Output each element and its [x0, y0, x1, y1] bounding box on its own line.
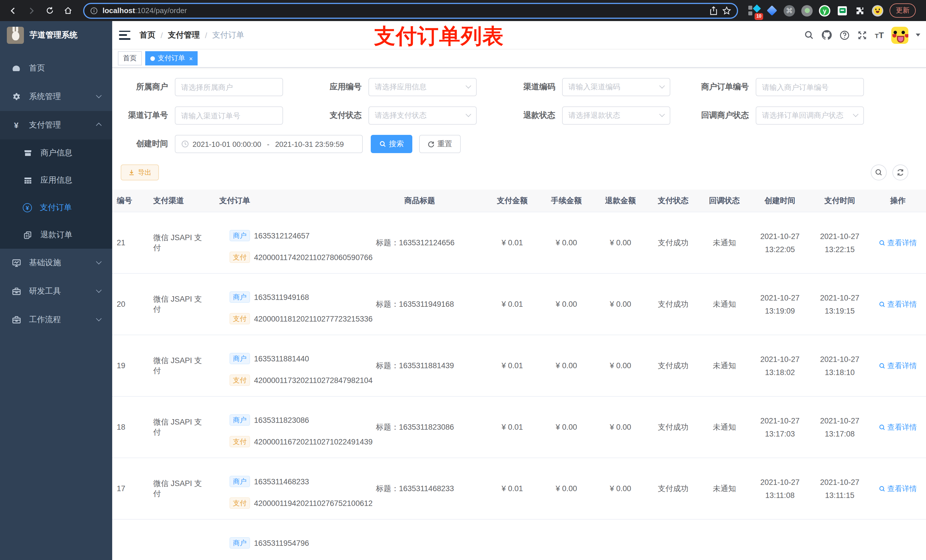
extensions-puzzle-icon[interactable] [854, 5, 865, 16]
pay-status-select[interactable]: 请选择支付状态 [368, 106, 477, 125]
extension-chat-icon[interactable] [837, 5, 848, 16]
browser-update-button[interactable]: 更新 [890, 3, 916, 18]
sidebar-item-merchant-info[interactable]: 商户信息 [0, 139, 112, 167]
table-row-partial: 商户 1635311954796 [112, 519, 926, 560]
reset-button[interactable]: 重置 [419, 135, 461, 153]
extension-badge: 10 [755, 13, 763, 20]
user-avatar[interactable] [891, 26, 908, 44]
filter-channel-order-no: 渠道订单号 [112, 106, 283, 125]
view-detail-link[interactable]: 查看详情 [879, 361, 917, 371]
sidebar-item-refund-order[interactable]: 退款订单 [0, 221, 112, 249]
search-button[interactable]: 搜索 [371, 135, 412, 153]
sidebar-item-infra[interactable]: 基础设施 [0, 249, 112, 277]
date-range-input[interactable]: 2021-10-01 00:00:00 - 2021-10-31 23:59:5… [175, 135, 363, 153]
cell-channel: 微信 JSAPI 支付 [146, 355, 209, 376]
app-select[interactable]: 请选择应用信息 [368, 78, 477, 96]
cell-fee: ¥ 0.00 [539, 300, 593, 308]
sidebar-logo-row[interactable]: 芋道管理系统 [0, 21, 112, 50]
cell-created: 2021-10-2713:18:02 [750, 353, 810, 379]
github-icon[interactable] [821, 30, 832, 41]
sidebar-item-dev-tools[interactable]: 研发工具 [0, 277, 112, 306]
tag-home[interactable]: 首页 [118, 51, 142, 65]
annotation-title: 支付订单列表 [374, 22, 504, 51]
cell-fee: ¥ 0.00 [539, 238, 593, 247]
browser-home-icon[interactable] [61, 3, 75, 18]
pay-order-no: 4200001174202110278060590766 [254, 253, 372, 261]
channel-order-no-input[interactable] [175, 106, 283, 125]
pay-tag: 支付 [230, 497, 250, 509]
cell-title: 标题：1635311949168 [354, 299, 485, 309]
shop-icon [23, 148, 32, 158]
cell-pay-order: 商户 1635311468233 支付 42000011942021102767… [209, 476, 354, 509]
view-detail-link[interactable]: 查看详情 [879, 483, 917, 494]
merchant-tag: 商户 [230, 414, 250, 426]
site-info-icon[interactable] [90, 6, 98, 15]
sidebar-item-system[interactable]: 系统管理 [0, 83, 112, 111]
cell-refund: ¥ 0.00 [593, 484, 648, 493]
date-start[interactable]: 2021-10-01 00:00:00 [192, 140, 261, 148]
table-row: 17 微信 JSAPI 支付 商户 1635311468233 支付 [112, 458, 926, 519]
merchant-order-no-input[interactable] [756, 78, 864, 96]
sidebar-item-app-info[interactable]: 应用信息 [0, 167, 112, 194]
toolbox-icon [11, 315, 21, 325]
help-icon[interactable] [840, 30, 850, 40]
cell-paid: 2021-10-2713:18:10 [810, 353, 870, 379]
cell-amount: ¥ 0.01 [485, 423, 539, 432]
breadcrumb-pay[interactable]: 支付管理 [168, 30, 200, 40]
cell-paid: 2021-10-2713:19:15 [810, 291, 870, 317]
share-icon[interactable] [710, 6, 717, 15]
browser-reload-icon[interactable] [42, 3, 57, 18]
sidebar-item-pay[interactable]: ¥ 支付管理 [0, 111, 112, 139]
cell-amount: ¥ 0.01 [485, 300, 539, 308]
cell-pay-order: 商户 1635311881440 支付 42000011732021102728… [209, 353, 354, 386]
cell-refund: ¥ 0.00 [593, 238, 648, 247]
sidebar-toggle-icon[interactable] [119, 30, 130, 39]
refund-status-select[interactable]: 请选择退款状态 [562, 106, 670, 125]
cell-pay-order: 商户 1635311823086 支付 42000011672021102710… [209, 414, 354, 447]
notify-status-select[interactable]: 请选择订单回调商户状态 [756, 106, 864, 125]
toolbox-icon [11, 287, 21, 296]
tag-pay-order[interactable]: 支付订单 × [145, 51, 198, 65]
breadcrumb-home[interactable]: 首页 [139, 30, 156, 40]
bookmark-star-icon[interactable] [722, 6, 731, 15]
sidebar-item-home[interactable]: 首页 [0, 54, 112, 83]
refresh-button[interactable] [893, 165, 908, 180]
extension-kite-icon[interactable] [766, 5, 777, 16]
browser-back-icon[interactable] [6, 3, 21, 18]
caret-down-icon[interactable] [916, 33, 920, 36]
cell-channel: 微信 JSAPI 支付 [146, 417, 209, 437]
cell-notify-status: 未通知 [699, 361, 750, 371]
address-bar[interactable]: localhost:1024/pay/order [83, 3, 738, 18]
channel-code-select[interactable]: 请输入渠道编码 [562, 78, 670, 96]
extension-y-icon[interactable]: y [819, 5, 830, 16]
cell-channel: 微信 JSAPI 支付 [146, 294, 209, 314]
browser-forward-icon[interactable] [24, 3, 39, 18]
header-search-icon[interactable] [804, 30, 814, 40]
view-detail-link[interactable]: 查看详情 [879, 422, 917, 432]
sidebar-item-pay-order[interactable]: ¥ 支付订单 [0, 194, 112, 221]
view-detail-link[interactable]: 查看详情 [879, 299, 917, 309]
cell-channel: 微信 JSAPI 支付 [146, 478, 209, 499]
merchant-input[interactable] [175, 78, 283, 96]
export-button[interactable]: 导出 [121, 165, 159, 180]
fullscreen-icon[interactable] [857, 30, 867, 40]
cell-action: 查看详情 [870, 361, 926, 371]
view-detail-link[interactable]: 查看详情 [879, 238, 917, 248]
filter-merchant: 所属商户 [112, 78, 283, 96]
tag-close-icon[interactable]: × [189, 55, 193, 62]
sidebar-item-workflow[interactable]: 工作流程 [0, 306, 112, 334]
url-text[interactable]: localhost:1024/pay/order [103, 6, 187, 15]
app-logo [7, 27, 24, 44]
date-end[interactable]: 2021-10-31 23:59:59 [275, 140, 344, 148]
extensions-row: 10 ⌘ y 更新 ⋮ [748, 3, 926, 18]
tags-view-bar: 首页 支付订单 × [112, 50, 926, 68]
show-search-toggle-button[interactable] [871, 165, 887, 180]
browser-chrome: localhost:1024/pay/order 10 ⌘ y 更新 [0, 0, 926, 21]
extension-diamond-icon[interactable]: 10 [748, 5, 760, 16]
font-size-icon[interactable]: TT [875, 30, 884, 40]
extension-emoji-icon[interactable] [872, 5, 883, 16]
pay-tag: 支付 [230, 313, 250, 325]
pay-order-no: 4200001173202110272847982104 [254, 376, 372, 385]
extension-command-icon[interactable]: ⌘ [784, 5, 795, 16]
extension-dot-icon[interactable] [801, 5, 813, 16]
